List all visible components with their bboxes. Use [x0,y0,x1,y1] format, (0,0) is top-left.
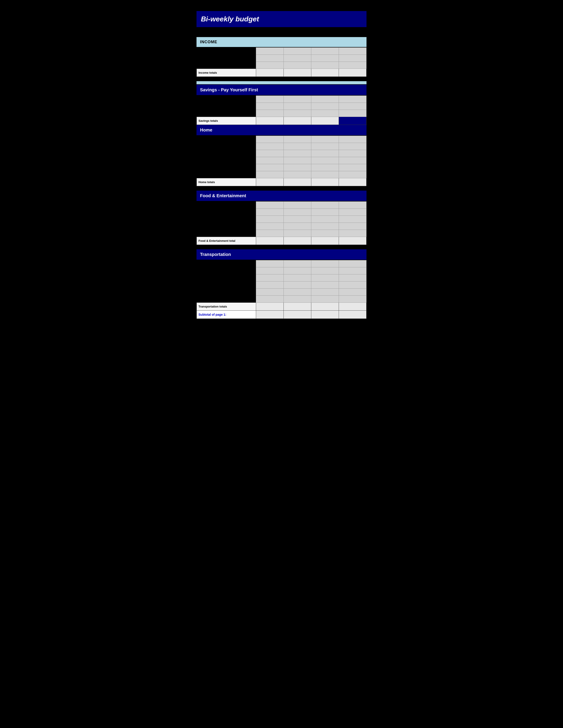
food-row-4-col4[interactable] [339,223,367,230]
trans-row-5-col1[interactable] [256,289,284,296]
savings-row-1-col2[interactable] [284,96,311,103]
income-totals-col1[interactable] [256,69,284,77]
trans-row-1-col4[interactable] [339,260,367,267]
food-row-5-col2[interactable] [284,230,311,237]
income-row-3-col1[interactable] [256,62,284,69]
trans-row-5-col4[interactable] [339,289,367,296]
savings-totals-col4[interactable] [339,117,367,125]
home-totals-col3[interactable] [311,178,339,186]
food-totals-col2[interactable] [284,237,311,245]
income-row-3-col2[interactable] [284,62,311,69]
food-totals-col1[interactable] [256,237,284,245]
home-row-5-col3[interactable] [311,164,339,171]
savings-row-1-col4[interactable] [339,96,367,103]
trans-row-1-col2[interactable] [284,260,311,267]
savings-totals-col2[interactable] [284,117,311,125]
savings-row-1-col3[interactable] [311,96,339,103]
trans-row-2-col3[interactable] [311,267,339,274]
income-row-2-col4[interactable] [339,55,367,62]
savings-row-2-col3[interactable] [311,103,339,110]
home-row-5-col2[interactable] [284,164,311,171]
home-row-5-col1[interactable] [256,164,284,171]
food-row-4-col3[interactable] [311,223,339,230]
trans-row-6-col2[interactable] [284,296,311,303]
subtotal-col4[interactable] [339,311,367,319]
home-row-2-col3[interactable] [311,143,339,150]
home-row-3-col3[interactable] [311,150,339,157]
food-totals-col4[interactable] [339,237,367,245]
income-row-2-col2[interactable] [284,55,311,62]
trans-row-4-col3[interactable] [311,281,339,289]
income-row-3-col3[interactable] [311,62,339,69]
trans-row-6-col4[interactable] [339,296,367,303]
food-row-2-col4[interactable] [339,209,367,216]
food-row-5-col3[interactable] [311,230,339,237]
home-totals-col4[interactable] [339,178,367,186]
income-row-2-col3[interactable] [311,55,339,62]
trans-totals-col4[interactable] [339,303,367,311]
savings-row-3-col3[interactable] [311,110,339,117]
food-row-3-col2[interactable] [284,216,311,223]
trans-row-5-col2[interactable] [284,289,311,296]
food-row-1-col3[interactable] [311,202,339,209]
trans-totals-col3[interactable] [311,303,339,311]
home-row-1-col2[interactable] [284,136,311,143]
savings-row-1-col1[interactable] [256,96,284,103]
trans-row-6-col3[interactable] [311,296,339,303]
income-totals-col3[interactable] [311,69,339,77]
savings-row-3-col2[interactable] [284,110,311,117]
trans-row-3-col1[interactable] [256,274,284,281]
subtotal-col3[interactable] [311,311,339,319]
food-row-3-col3[interactable] [311,216,339,223]
savings-row-2-col4[interactable] [339,103,367,110]
food-row-2-col1[interactable] [256,209,284,216]
trans-row-2-col4[interactable] [339,267,367,274]
home-row-1-col4[interactable] [339,136,367,143]
home-row-4-col4[interactable] [339,157,367,164]
home-row-4-col2[interactable] [284,157,311,164]
food-row-5-col4[interactable] [339,230,367,237]
income-row-3-col4[interactable] [339,62,367,69]
food-row-4-col2[interactable] [284,223,311,230]
trans-row-4-col1[interactable] [256,281,284,289]
food-row-1-col4[interactable] [339,202,367,209]
trans-row-3-col3[interactable] [311,274,339,281]
home-row-6-col4[interactable] [339,171,367,178]
savings-row-2-col2[interactable] [284,103,311,110]
home-row-4-col3[interactable] [311,157,339,164]
home-row-5-col4[interactable] [339,164,367,171]
food-row-3-col1[interactable] [256,216,284,223]
home-row-3-col4[interactable] [339,150,367,157]
home-row-2-col4[interactable] [339,143,367,150]
savings-row-3-col4[interactable] [339,110,367,117]
trans-row-4-col2[interactable] [284,281,311,289]
trans-row-3-col4[interactable] [339,274,367,281]
home-totals-col1[interactable] [256,178,284,186]
savings-row-3-col1[interactable] [256,110,284,117]
trans-row-5-col3[interactable] [311,289,339,296]
home-row-1-col1[interactable] [256,136,284,143]
trans-row-2-col2[interactable] [284,267,311,274]
trans-row-3-col2[interactable] [284,274,311,281]
food-row-4-col1[interactable] [256,223,284,230]
home-row-6-col3[interactable] [311,171,339,178]
income-row-1-col2[interactable] [284,48,311,55]
income-row-1-col1[interactable] [256,48,284,55]
food-row-3-col4[interactable] [339,216,367,223]
savings-totals-col3[interactable] [311,117,339,125]
food-row-1-col2[interactable] [284,202,311,209]
home-row-4-col1[interactable] [256,157,284,164]
home-row-1-col3[interactable] [311,136,339,143]
trans-totals-col1[interactable] [256,303,284,311]
trans-row-2-col1[interactable] [256,267,284,274]
food-row-5-col1[interactable] [256,230,284,237]
savings-totals-col1[interactable] [256,117,284,125]
home-row-2-col1[interactable] [256,143,284,150]
income-row-1-col3[interactable] [311,48,339,55]
home-row-6-col1[interactable] [256,171,284,178]
food-row-2-col3[interactable] [311,209,339,216]
home-totals-col2[interactable] [284,178,311,186]
subtotal-col1[interactable] [256,311,284,319]
home-row-3-col1[interactable] [256,150,284,157]
food-row-1-col1[interactable] [256,202,284,209]
